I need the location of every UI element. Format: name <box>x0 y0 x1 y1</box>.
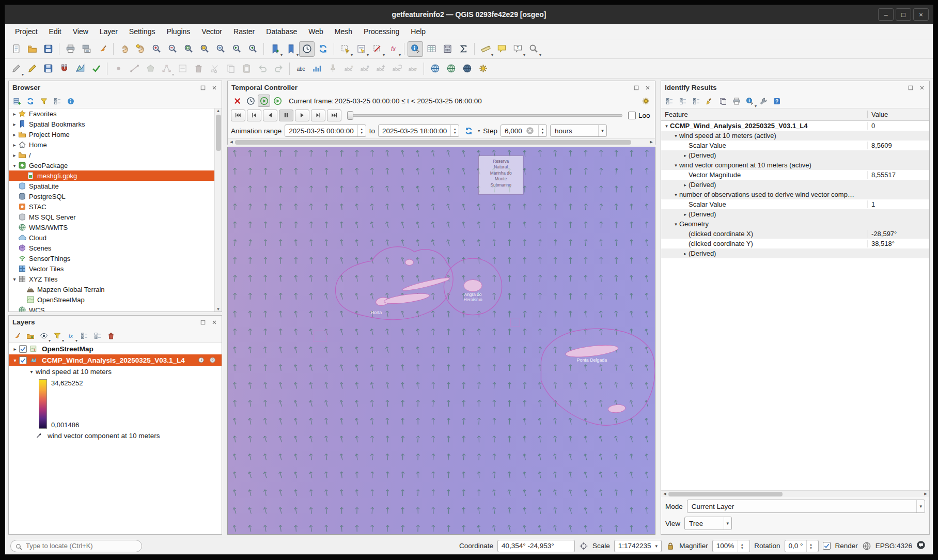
browser-item-wms-wmts[interactable]: WMS/WMTS <box>9 222 222 232</box>
mode-combo[interactable]: Current Layer ▾ <box>687 500 925 513</box>
browser-scrollbar[interactable]: ▲▼ <box>214 108 222 312</box>
browser-properties-button[interactable] <box>65 95 77 107</box>
menu-layer[interactable]: Layer <box>94 25 123 38</box>
pin-unpin-labels-button[interactable] <box>325 61 340 76</box>
scroll-right-icon[interactable]: ▶ <box>648 140 655 144</box>
collapse-tree-button[interactable] <box>677 95 689 107</box>
add-polygon-feature-button[interactable] <box>143 61 158 76</box>
expand-arrow[interactable]: ▸ <box>682 251 689 256</box>
undo-button[interactable] <box>255 61 270 76</box>
render-checkbox[interactable] <box>823 542 831 550</box>
remove-layer-button[interactable] <box>105 330 117 342</box>
menu-vector[interactable]: Vector <box>196 25 228 38</box>
zoom-in-button[interactable] <box>149 41 164 57</box>
browser-item-scenes[interactable]: Scenes <box>9 243 222 253</box>
zoom-to-layer-button[interactable] <box>213 41 228 57</box>
zoom-to-selection-button[interactable] <box>197 41 212 57</box>
temporal-settings-button[interactable] <box>639 95 652 107</box>
refresh-map-button[interactable] <box>315 41 331 57</box>
rotation-spinbox[interactable]: 0,0 °▴▾ <box>785 540 819 552</box>
result-row-derived[interactable]: ▸(Derived) <box>661 248 929 258</box>
expand-new-results-button[interactable] <box>690 95 702 107</box>
browser-item-wcs[interactable]: WCS <box>9 305 222 312</box>
undock-icon[interactable] <box>632 84 640 91</box>
view-combo[interactable]: Tree ▾ <box>684 517 732 530</box>
close-icon[interactable] <box>210 318 218 326</box>
result-row-clicked-coordinate-y[interactable]: (clicked coordinate Y)38,518° <box>661 239 929 248</box>
time-slider-track[interactable] <box>347 114 622 117</box>
pan-to-selection-button[interactable] <box>133 41 148 57</box>
scroll-right-icon[interactable]: ▶ <box>922 492 929 496</box>
save-project-button[interactable] <box>40 41 56 57</box>
qgis-hub-button[interactable] <box>459 61 475 76</box>
extents-icon[interactable] <box>579 541 588 551</box>
manage-map-themes-button[interactable]: ▾ <box>38 330 50 342</box>
result-row-clicked-coordinate-x[interactable]: (clicked coordinate X)-28,597° <box>661 229 929 239</box>
expand-arrow[interactable]: ▾ <box>11 276 18 282</box>
copy-feature-button[interactable] <box>717 95 729 107</box>
expand-arrow[interactable]: ▸ <box>682 212 689 217</box>
browser-item-xyz-tiles[interactable]: ▾XYZ Tiles <box>9 274 222 284</box>
play-forward-button[interactable] <box>295 110 309 121</box>
select-features-button[interactable]: ▾ <box>337 41 353 57</box>
time-slider-handle[interactable] <box>347 111 353 120</box>
spin-arrows[interactable]: ▴▾ <box>738 540 746 552</box>
select-by-expression-button[interactable]: fx▾ <box>385 41 401 57</box>
undock-icon[interactable] <box>199 84 207 91</box>
rewind-to-start-button[interactable] <box>231 110 245 121</box>
metasearch-button[interactable] <box>427 61 443 76</box>
statistical-summary-button[interactable] <box>456 41 471 57</box>
menu-edit[interactable]: Edit <box>43 25 67 38</box>
browser-item-vector-tiles[interactable]: Vector Tiles <box>9 263 222 274</box>
expand-arrow[interactable]: ▾ <box>673 163 679 168</box>
spin-arrows[interactable]: ▴▾ <box>357 125 366 136</box>
temporal-hscrollbar[interactable]: ◀ ▶ <box>228 138 655 145</box>
filter-browser-button[interactable] <box>38 95 50 107</box>
filter-by-expression-button[interactable]: fx▾ <box>65 330 77 342</box>
mesh-digitizing-button[interactable] <box>72 61 88 76</box>
zoom-last-button[interactable] <box>229 41 244 57</box>
close-icon[interactable] <box>210 84 218 91</box>
expand-arrow[interactable]: ▸ <box>11 121 18 127</box>
locate-search[interactable] <box>10 540 142 552</box>
legend-scalar-row[interactable]: ▾ wind speed at 10 meters <box>9 366 222 377</box>
open-project-button[interactable] <box>24 41 40 57</box>
geocoder-button[interactable] <box>443 61 459 76</box>
locate-input[interactable] <box>26 542 137 550</box>
layers-tree[interactable]: ▸ OpenStreetMap ▾ CCMP_Wind_Analysis_202… <box>9 343 222 534</box>
delete-selected-button[interactable] <box>191 61 206 76</box>
notes-badge-icon[interactable]: ? <box>209 355 218 365</box>
spin-arrows[interactable]: ▴▾ <box>806 540 815 552</box>
set-range-from-layer-button[interactable] <box>462 125 475 137</box>
rotate-label-button[interactable]: abc <box>389 61 404 76</box>
browser-item-favorites[interactable]: ▸Favorites <box>9 108 222 119</box>
undock-icon[interactable] <box>906 84 914 91</box>
paste-features-button[interactable] <box>239 61 254 76</box>
clear-field-icon[interactable] <box>525 126 535 135</box>
layer-diagram-button[interactable] <box>309 61 324 76</box>
expand-all-layers-button[interactable] <box>78 330 90 342</box>
movie-mode-button[interactable] <box>271 95 284 107</box>
feature-column-header[interactable]: Feature <box>661 111 867 118</box>
skip-to-end-button[interactable] <box>327 110 341 121</box>
browser-item-stac[interactable]: STAC <box>9 201 222 212</box>
help-button[interactable]: ? <box>771 95 783 107</box>
browser-item-mapzen-global-terrain[interactable]: Mapzen Global Terrain <box>9 284 222 294</box>
menu-view[interactable]: View <box>67 25 94 38</box>
temporal-controller-button[interactable] <box>299 41 315 57</box>
browser-item-postgresql[interactable]: PostgreSQL <box>9 191 222 201</box>
redo-button[interactable] <box>271 61 286 76</box>
collapse-all-layers-button[interactable] <box>91 330 104 342</box>
layer-item-ccmp-wind[interactable]: ▾ CCMP_Wind_Analysis_20250325_V03.1_L4 ? <box>9 354 222 366</box>
expand-arrow[interactable]: ▸ <box>11 142 18 148</box>
browser-item-ms-sql-server[interactable]: MS SQL Server <box>9 212 222 222</box>
add-selected-layers-button[interactable] <box>11 95 23 107</box>
menu-plugins[interactable]: Plugins <box>161 25 196 38</box>
result-row-derived[interactable]: ▸(Derived) <box>661 150 929 160</box>
expand-arrow[interactable]: ▸ <box>11 111 18 117</box>
step-unit-combo[interactable]: hours ▾ <box>550 125 607 137</box>
expand-arrow[interactable]: ▸ <box>11 132 18 137</box>
style-manager-button[interactable] <box>95 41 110 57</box>
expand-arrow[interactable]: ▸ <box>682 182 689 188</box>
expand-arrow[interactable]: ▸ <box>682 153 689 158</box>
